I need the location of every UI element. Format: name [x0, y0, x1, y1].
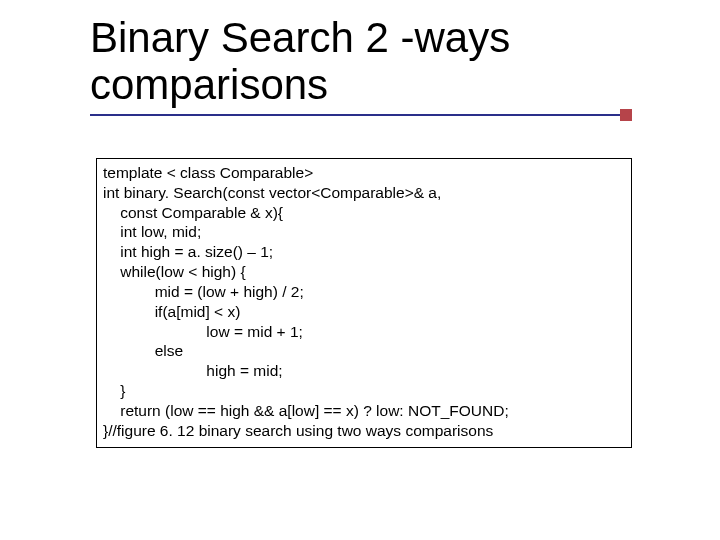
code-box: template < class Comparable> int binary.… [96, 158, 632, 448]
code-line: low = mid + 1; [103, 323, 303, 340]
corner-square-icon [620, 109, 632, 121]
code-line: while(low < high) { [103, 263, 246, 280]
code-line: int binary. Search(const vector<Comparab… [103, 184, 441, 201]
code-line: return (low == high && a[low] == x) ? lo… [103, 402, 509, 419]
title-block: Binary Search 2 -ways comparisons [90, 14, 650, 116]
code-line: high = mid; [103, 362, 283, 379]
code-line: else [103, 342, 183, 359]
code-line: } [103, 382, 125, 399]
code-line: const Comparable & x){ [103, 204, 283, 221]
code-line: mid = (low + high) / 2; [103, 283, 304, 300]
code-line: int high = a. size() – 1; [103, 243, 273, 260]
code-line: }//figure 6. 12 binary search using two … [103, 422, 493, 439]
slide-title: Binary Search 2 -ways comparisons [90, 14, 650, 108]
title-underline [90, 114, 630, 116]
code-line: if(a[mid] < x) [103, 303, 240, 320]
code-line: int low, mid; [103, 223, 201, 240]
slide: Binary Search 2 -ways comparisons templa… [0, 0, 720, 540]
code-line: template < class Comparable> [103, 164, 313, 181]
